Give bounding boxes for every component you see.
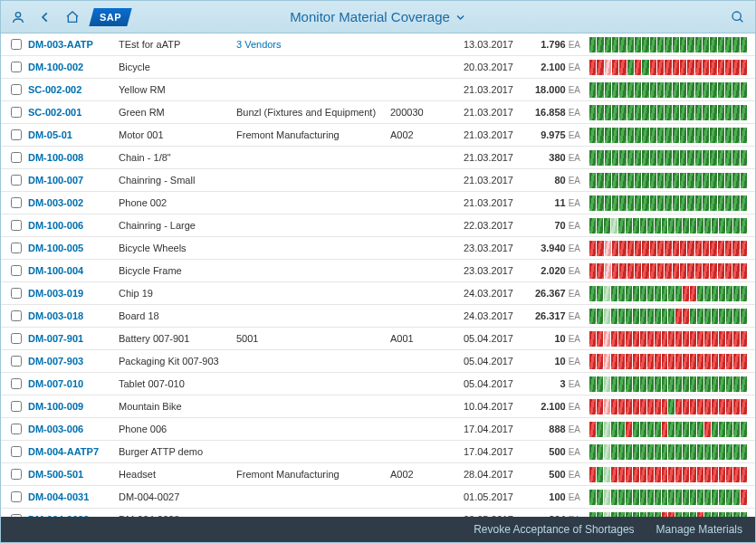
quantity: 11EA [513,197,580,208]
plant-code: A001 [390,333,445,344]
quantity: 26.317EA [513,310,580,321]
material-id[interactable]: DM-003-002 [28,197,119,208]
sap-logo: SAP [89,8,131,26]
quantity: 100EA [513,491,580,502]
material-id[interactable]: DM-003-019 [28,288,119,299]
table-row: DM-05-01Motor 001Fremont ManufacturingA0… [1,124,755,147]
vendor-name: 5001 [236,333,390,344]
quantity: 888EA [513,424,580,434]
material-id[interactable]: DM-004-AATP7 [28,446,119,457]
material-id[interactable]: DM-05-01 [28,129,119,140]
table-row: DM-004-0031DM-004-002701.05.2017100EA [1,486,755,509]
row-checkbox[interactable] [11,39,22,50]
material-id[interactable]: DM-100-008 [28,152,119,163]
table-row: DM-500-501HeadsetFremont ManufacturingA0… [1,463,755,486]
row-checkbox[interactable] [11,469,22,480]
table-row: DM-100-004Bicycle Frame23.03.20172.020EA [1,260,755,282]
row-checkbox[interactable] [11,356,22,367]
material-id[interactable]: DM-500-501 [28,469,119,480]
material-description: Chainring - Large [119,220,236,231]
row-checkbox[interactable] [11,107,22,118]
material-id[interactable]: DM-100-007 [28,175,119,186]
manage-button[interactable]: Manage Materials [656,523,742,536]
revoke-button[interactable]: Revoke Acceptance of Shortages [474,523,634,536]
material-id[interactable]: DM-007-901 [28,333,119,344]
shortage-date: 21.03.2017 [445,175,513,186]
shortage-date: 21.03.2017 [445,197,513,208]
material-id[interactable]: DM-003-AATP [28,39,119,50]
shortage-date: 13.03.2017 [445,39,513,50]
row-checkbox[interactable] [11,288,22,299]
quantity: 2.020EA [513,265,580,276]
coverage-chart [580,354,751,369]
material-description: DM-004-0027 [119,491,236,502]
row-checkbox[interactable] [11,84,22,95]
shortage-date: 05.04.2017 [445,356,513,367]
material-id[interactable]: DM-007-903 [28,356,119,367]
row-checkbox[interactable] [11,491,22,502]
table-row: SC-002-001Green RMBunzl (Fixtures and Eq… [1,101,755,124]
material-id[interactable]: DM-100-004 [28,265,119,276]
row-checkbox[interactable] [11,197,22,208]
shortage-date: 28.04.2017 [445,469,513,480]
row-checkbox[interactable] [11,220,22,231]
table-row: SC-002-002Yellow RM21.03.201718.000EA [1,79,755,101]
material-id[interactable]: DM-100-002 [28,62,119,72]
row-checkbox[interactable] [11,243,22,253]
vendor-name: Bunzl (Fixtures and Equipment) [236,107,390,118]
material-id[interactable]: DM-003-018 [28,310,119,321]
row-checkbox[interactable] [11,175,22,186]
material-id[interactable]: DM-100-006 [28,220,119,231]
material-id[interactable]: DM-100-005 [28,243,119,253]
table-row: DM-003-006Phone 00617.04.2017888EA [1,418,755,441]
material-id[interactable]: DM-007-010 [28,378,119,389]
coverage-chart [580,467,751,482]
row-checkbox[interactable] [11,129,22,140]
shortage-date: 17.04.2017 [445,446,513,457]
table-row: DM-100-008Chain - 1/8"21.03.2017380EA [1,147,755,169]
coverage-chart [580,490,751,505]
row-checkbox[interactable] [11,265,22,276]
footer-bar: Revoke Acceptance of Shortages Manage Ma… [1,517,755,542]
quantity: 26.367EA [513,288,580,299]
row-checkbox[interactable] [11,401,22,412]
coverage-chart [580,286,751,301]
back-icon[interactable] [37,9,53,25]
material-id[interactable]: DM-100-009 [28,401,119,412]
coverage-chart [580,331,751,347]
material-id[interactable]: SC-002-002 [28,84,119,95]
svg-point-0 [15,12,20,16]
row-checkbox[interactable] [11,333,22,344]
material-description: Chain - 1/8" [119,152,236,163]
home-icon[interactable] [64,9,81,25]
row-checkbox[interactable] [11,424,22,434]
row-checkbox[interactable] [11,446,22,457]
materials-table[interactable]: DM-003-AATPTEst for aATP3 Vendors13.03.2… [1,33,755,517]
row-checkbox[interactable] [11,378,22,389]
material-description: Board 18 [119,310,236,321]
user-icon[interactable] [10,9,26,25]
search-icon[interactable] [730,9,746,25]
page-title-dropdown[interactable]: Monitor Material Coverage [290,9,466,24]
plant-code: A002 [390,469,445,480]
quantity: 10EA [513,333,580,344]
row-checkbox[interactable] [11,310,22,321]
plant-code: A002 [390,129,445,140]
quantity: 380EA [513,152,580,163]
row-checkbox[interactable] [11,152,22,163]
row-checkbox[interactable] [11,62,22,72]
vendor-name[interactable]: 3 Vendors [236,39,390,50]
quantity: 70EA [513,220,580,231]
table-row: DM-007-901Battery 007-9015001A00105.04.2… [1,328,755,350]
quantity: 18.000EA [513,84,580,95]
table-row: DM-100-007Chainring - Small21.03.201780E… [1,169,755,192]
material-id[interactable]: DM-004-0031 [28,491,119,502]
material-description: Chip 19 [119,288,236,299]
material-id[interactable]: DM-003-006 [28,424,119,434]
material-id[interactable]: SC-002-001 [28,107,119,118]
coverage-chart [580,195,751,211]
material-description: Mountain Bike [119,401,236,412]
quantity: 500EA [513,469,580,480]
material-description: Packaging Kit 007-903 [119,356,236,367]
material-description: Battery 007-901 [119,333,236,344]
